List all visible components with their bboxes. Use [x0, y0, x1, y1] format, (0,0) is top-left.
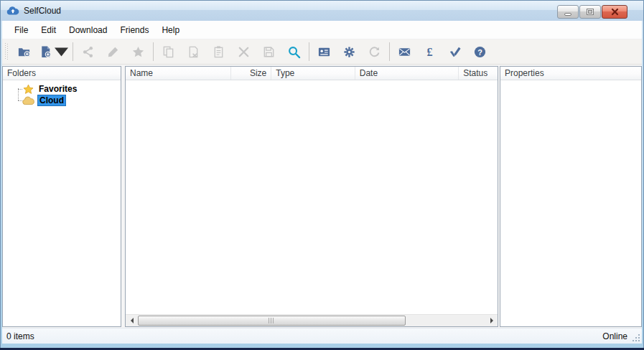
content-area: Folders Favorites — [2, 65, 642, 328]
favorite-icon — [131, 45, 145, 59]
save-icon — [262, 45, 276, 59]
folders-header-label: Folders — [3, 67, 121, 80]
tree-connector — [18, 89, 22, 90]
properties-panel: Properties — [500, 66, 642, 327]
help-icon: ? — [473, 45, 487, 59]
star-icon — [22, 84, 34, 95]
window-controls — [557, 5, 627, 19]
share-button[interactable] — [75, 42, 101, 62]
properties-header-label: Properties — [500, 67, 641, 80]
account-icon — [317, 45, 331, 59]
folder-tree: Favorites Cloud — [3, 80, 121, 106]
new-folder-button[interactable] — [11, 42, 37, 62]
settings-button[interactable] — [337, 42, 362, 62]
tree-item-cloud[interactable]: Cloud — [3, 95, 121, 106]
account-button[interactable] — [312, 42, 337, 62]
file-list-panel: Name Size Type Date Status — [125, 66, 498, 327]
toolbar-separator — [153, 42, 154, 61]
toolbar-gripper[interactable] — [5, 43, 9, 60]
toolbar-separator — [73, 42, 73, 61]
share-icon — [81, 45, 95, 59]
maximize-icon — [587, 9, 594, 15]
menu-bar: File Edit Download Friends Help — [2, 21, 642, 39]
copy-button[interactable] — [156, 42, 181, 62]
funds-button[interactable]: £ — [417, 42, 442, 62]
tree-item-label: Favorites — [37, 84, 78, 94]
folders-header: Folders — [3, 67, 121, 80]
close-icon — [611, 8, 619, 16]
column-header-type[interactable]: Type — [271, 67, 355, 80]
refresh-icon — [368, 45, 381, 59]
cut-button[interactable] — [181, 42, 206, 62]
search-button[interactable] — [281, 42, 307, 62]
refresh-button[interactable] — [362, 42, 387, 62]
column-header-name[interactable]: Name — [126, 67, 231, 80]
arrow-left-icon — [131, 318, 134, 323]
feedback-icon — [448, 45, 462, 59]
mail-icon — [398, 45, 411, 59]
menu-friends[interactable]: Friends — [113, 22, 155, 38]
settings-icon — [342, 45, 356, 59]
scrollbar-thumb[interactable] — [138, 316, 406, 326]
cloud-folder-icon — [22, 95, 34, 106]
cut-icon — [187, 45, 200, 59]
window-title: SelfCloud — [24, 6, 61, 16]
menu-help[interactable]: Help — [155, 22, 186, 38]
arrow-right-icon — [490, 318, 493, 323]
edit-button[interactable] — [101, 42, 126, 62]
svg-text:?: ? — [477, 47, 482, 56]
upload-file-button[interactable] — [37, 42, 70, 62]
status-bar: 0 items Online — [2, 328, 642, 344]
toolbar-separator — [309, 42, 309, 61]
minimize-icon — [564, 13, 571, 16]
column-header-size[interactable]: Size — [231, 67, 271, 80]
connection-status-label: Online — [602, 331, 627, 341]
scrollbar-grip-icon — [269, 318, 274, 323]
chevron-down-icon — [55, 45, 68, 59]
upload-file-icon — [39, 45, 52, 59]
menu-edit[interactable]: Edit — [34, 22, 62, 38]
tree-connector — [18, 100, 22, 101]
help-button[interactable]: ? — [467, 42, 493, 62]
menu-file[interactable]: File — [8, 22, 34, 38]
search-icon — [287, 45, 301, 59]
minimize-button[interactable] — [557, 5, 579, 19]
feedback-button[interactable] — [442, 42, 467, 62]
properties-header: Properties — [500, 67, 641, 80]
save-button[interactable] — [256, 42, 281, 62]
toolbar-separator — [389, 42, 390, 61]
resize-grip[interactable] — [632, 334, 640, 342]
copy-icon — [162, 45, 175, 59]
window-body: File Edit Download Friends Help — [2, 21, 642, 344]
app-cloud-icon — [6, 6, 19, 16]
title-bar: SelfCloud — [1, 1, 643, 21]
menu-download[interactable]: Download — [62, 22, 113, 38]
new-folder-icon — [17, 45, 31, 59]
delete-icon — [237, 45, 251, 59]
favorite-button[interactable] — [126, 42, 151, 62]
column-header-status[interactable]: Status — [459, 67, 498, 80]
toolbar: £ ? — [2, 39, 642, 65]
close-button[interactable] — [602, 5, 627, 19]
scroll-left-button[interactable] — [126, 315, 138, 326]
paste-icon — [212, 45, 225, 59]
horizontal-scrollbar — [126, 314, 498, 326]
app-window: SelfCloud File Edit Download Friends Hel… — [0, 0, 644, 350]
file-list-header-row: Name Size Type Date Status — [126, 67, 498, 80]
scroll-right-button[interactable] — [485, 315, 498, 326]
scrollbar-track[interactable] — [138, 315, 485, 326]
column-header-date[interactable]: Date — [355, 67, 459, 80]
tree-item-favorites[interactable]: Favorites — [3, 83, 121, 95]
edit-icon — [106, 45, 120, 59]
folders-panel: Folders Favorites — [2, 66, 121, 327]
maximize-button[interactable] — [579, 5, 601, 19]
mail-button[interactable] — [392, 42, 417, 62]
tree-item-label-selected: Cloud — [37, 95, 66, 106]
paste-button[interactable] — [206, 42, 231, 62]
delete-button[interactable] — [231, 42, 256, 62]
svg-text:£: £ — [426, 45, 432, 57]
funds-icon: £ — [423, 45, 437, 59]
items-count-label: 0 items — [6, 331, 602, 341]
